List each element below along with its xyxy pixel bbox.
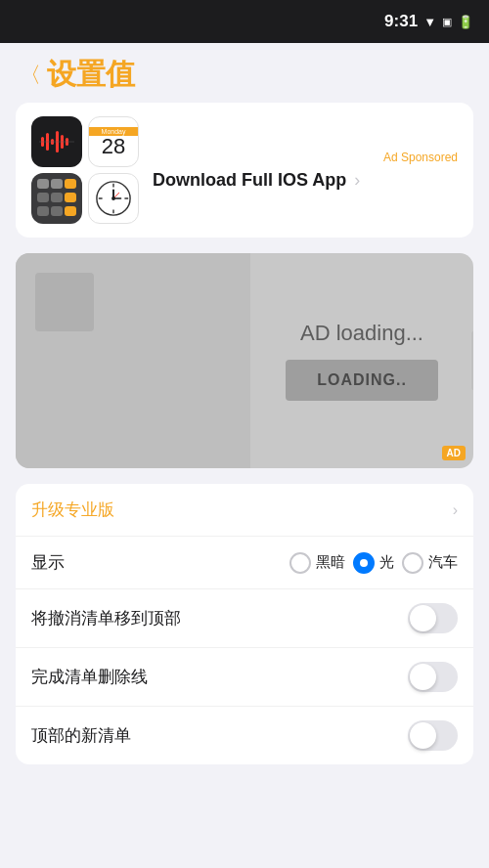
- todo-move-toggle-knob: [410, 605, 436, 631]
- ad-loading-text: AD loading...: [300, 321, 423, 346]
- strikethrough-toggle-knob: [410, 664, 436, 690]
- upgrade-row[interactable]: 升级专业版 ›: [16, 484, 473, 537]
- app-icon-waveform: [31, 116, 82, 167]
- display-label: 显示: [31, 551, 289, 574]
- ad-chevron-icon: ›: [354, 170, 360, 191]
- ad-badge: AD: [442, 446, 466, 460]
- ad-download-label: Download Full IOS App: [153, 170, 346, 191]
- todo-move-toggle[interactable]: [408, 603, 458, 633]
- new-list-label: 顶部的新清单: [31, 724, 408, 747]
- upgrade-chevron-icon: ›: [453, 501, 458, 519]
- signal-icon: ▣: [442, 16, 452, 28]
- status-icons: ▼ ▣ 🔋: [423, 15, 473, 29]
- main-content: Monday 28: [0, 103, 489, 764]
- battery-icon: 🔋: [458, 15, 473, 29]
- app-icon-calendar: Monday 28: [88, 116, 139, 167]
- app-icons-grid: Monday 28: [31, 116, 139, 224]
- wifi-icon: ▼: [423, 15, 436, 29]
- radio-dark-label: 黑暗: [316, 553, 345, 572]
- page-title: 设置值: [47, 55, 135, 95]
- upgrade-label: 升级专业版: [31, 499, 453, 521]
- radio-auto-label: 汽车: [428, 553, 458, 572]
- strikethrough-toggle[interactable]: [408, 662, 458, 692]
- side-handle: [471, 331, 473, 390]
- status-time: 9:31: [384, 12, 418, 31]
- settings-card: 升级专业版 › 显示 黑暗 光 汽车: [16, 484, 473, 764]
- app-icon-calculator: [31, 173, 82, 224]
- radio-item-auto[interactable]: 汽车: [402, 552, 458, 574]
- radio-light[interactable]: [353, 552, 375, 574]
- new-list-row: 顶部的新清单: [16, 707, 473, 764]
- radio-light-label: 光: [379, 553, 394, 572]
- display-radio-group: 黑暗 光 汽车: [289, 552, 458, 574]
- todo-move-label: 将撤消清单移到顶部: [31, 607, 408, 629]
- calendar-date: 28: [102, 136, 125, 157]
- ad-banner-card[interactable]: Monday 28: [16, 103, 473, 238]
- radio-item-light[interactable]: 光: [353, 552, 394, 574]
- radio-dark[interactable]: [289, 552, 311, 574]
- ad-loading-button[interactable]: LOADING..: [286, 360, 438, 401]
- radio-auto[interactable]: [402, 552, 423, 574]
- strikethrough-label: 完成清单删除线: [31, 666, 408, 688]
- new-list-toggle-knob: [410, 722, 436, 749]
- radio-item-dark[interactable]: 黑暗: [289, 552, 345, 574]
- todo-move-row: 将撤消清单移到顶部: [16, 589, 473, 648]
- status-bar: 9:31 ▼ ▣ 🔋: [0, 0, 489, 43]
- svg-point-15: [111, 196, 115, 200]
- ad-placeholder-left: [16, 253, 250, 468]
- ad-sponsored-label: Ad Sponsored: [153, 151, 458, 164]
- display-row: 显示 黑暗 光 汽车: [16, 537, 473, 589]
- strikethrough-row: 完成清单删除线: [16, 648, 473, 707]
- ad-placeholder-small: [35, 273, 94, 331]
- back-button[interactable]: 〈: [20, 61, 41, 90]
- header: 〈 设置值: [0, 43, 489, 103]
- app-icon-clock: [88, 173, 139, 224]
- loading-ad-section: AD loading... LOADING.. AD: [16, 253, 473, 468]
- new-list-toggle[interactable]: [408, 720, 458, 751]
- ad-info: Ad Sponsored Download Full IOS App ›: [153, 151, 458, 191]
- ad-loading-content: AD loading... LOADING..: [250, 253, 473, 468]
